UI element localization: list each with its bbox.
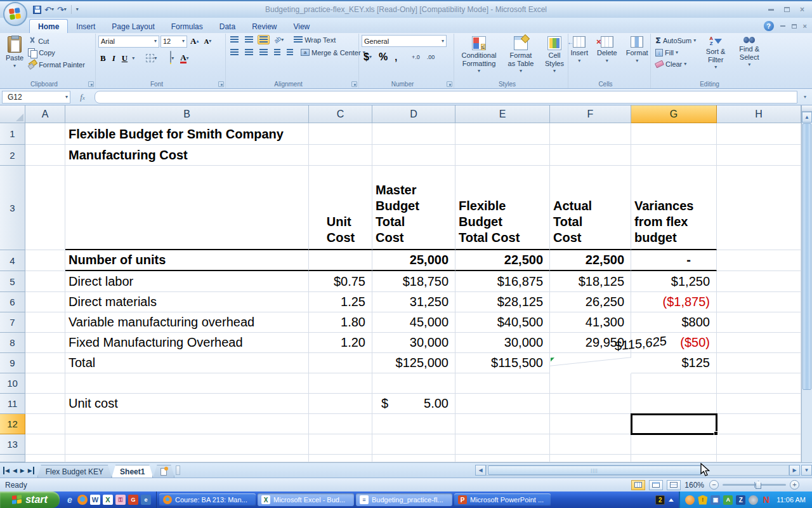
cell-H11[interactable] (717, 394, 801, 414)
cell-A2[interactable] (25, 145, 65, 166)
borders-button[interactable]: ▾ (144, 53, 159, 64)
cell-H8[interactable] (717, 333, 801, 353)
cell-H3[interactable] (717, 166, 801, 250)
row-header-11[interactable]: 11 (0, 394, 25, 414)
cell-C14[interactable] (309, 455, 372, 462)
restore-button[interactable] (784, 7, 790, 12)
cell-C5[interactable]: $0.75 (309, 271, 372, 292)
cell-B9[interactable]: Total (65, 353, 309, 373)
row-header-7[interactable]: 7 (0, 312, 25, 333)
cell-F4[interactable]: 22,500 (550, 250, 631, 271)
column-header-G[interactable]: G (631, 105, 717, 123)
cell-G7[interactable]: $800 (631, 312, 717, 333)
increase-indent-button[interactable] (285, 48, 295, 57)
cell-G14[interactable] (631, 455, 717, 462)
font-size-select[interactable]: 12▾ (160, 36, 187, 48)
name-box[interactable]: G12▾ (2, 91, 70, 104)
cell-B3[interactable] (65, 166, 309, 250)
cell-F14[interactable] (550, 455, 631, 462)
clear-button[interactable]: Clear▾ (653, 60, 698, 69)
cell-C12[interactable] (309, 414, 372, 434)
tab-review[interactable]: Review (244, 20, 285, 33)
scroll-up-button[interactable]: ▲ (802, 112, 812, 123)
start-button[interactable]: start (0, 491, 60, 508)
sheet-tab-flex-budget-key[interactable]: Flex Budget KEY (37, 465, 112, 478)
cell-E14[interactable] (455, 455, 550, 462)
cell-D10[interactable] (372, 373, 455, 394)
tray-blue-icon[interactable]: ▣ (710, 495, 720, 505)
cell-F5[interactable]: $18,125 (550, 271, 631, 292)
zoom-out-button[interactable]: − (709, 480, 719, 490)
word-icon[interactable]: W (90, 495, 100, 505)
clipboard-dialog-launcher[interactable] (88, 81, 94, 87)
wrap-text-button[interactable]: Wrap Text (292, 36, 337, 44)
insert-cells-button[interactable]: Insert▾ (568, 35, 591, 79)
grow-font-button[interactable]: A▴ (188, 35, 200, 48)
column-header-B[interactable]: B (65, 105, 309, 123)
row-header-1[interactable]: 1 (0, 123, 25, 145)
zoom-level[interactable]: 160% (684, 481, 704, 490)
cell-E5[interactable]: $16,875 (455, 271, 550, 292)
task-button-budgeting-doc[interactable]: ≡Budgeting_practice-fl... (356, 493, 452, 506)
cell-E11[interactable] (455, 394, 550, 414)
row-header-13[interactable]: 13 (0, 434, 25, 455)
italic-button[interactable]: I (110, 52, 117, 65)
cell-G9[interactable]: $125 (631, 353, 717, 373)
firefox-icon[interactable] (77, 495, 88, 505)
cell-G1[interactable] (631, 123, 717, 145)
format-cells-button[interactable]: Format▾ (624, 35, 651, 79)
cell-H4[interactable] (717, 250, 801, 271)
save-button[interactable] (33, 6, 41, 14)
cell-F1[interactable] (550, 123, 631, 145)
cell-B12[interactable] (65, 414, 309, 434)
fill-handle[interactable] (714, 431, 718, 436)
tab-view[interactable]: View (285, 20, 318, 33)
vertical-scroll-thumb[interactable] (802, 123, 811, 390)
cell-B10[interactable] (65, 373, 309, 394)
cell-C10[interactable] (309, 373, 372, 394)
cell-E10[interactable] (455, 373, 550, 394)
cell-C2[interactable] (309, 145, 372, 166)
office-button[interactable] (3, 2, 27, 26)
cell-D14[interactable] (372, 455, 455, 462)
cell-D9[interactable]: $125,000 (372, 353, 455, 373)
cell-B11[interactable]: Unit cost (65, 394, 309, 414)
cell-E1[interactable] (455, 123, 550, 145)
cell-E6[interactable]: $28,125 (455, 292, 550, 312)
cell-B14[interactable] (65, 455, 309, 462)
cell-B8[interactable]: Fixed Manufacturing Overhead (65, 333, 309, 353)
column-header-C[interactable]: C (309, 105, 372, 123)
tray-shield-icon[interactable]: ! (698, 495, 707, 505)
column-header-E[interactable]: E (455, 105, 550, 123)
cell-H7[interactable] (717, 312, 801, 333)
fill-button[interactable]: ↓Fill▾ (653, 48, 698, 57)
redo-button[interactable]: ↷▾ (57, 6, 67, 14)
cell-G5[interactable]: $1,250 (631, 271, 717, 292)
align-left-button[interactable] (228, 48, 240, 57)
cell-D11[interactable]: $5.00 (372, 394, 455, 414)
task-button-powerpoint[interactable]: PMicrosoft PowerPoint ... (454, 493, 551, 506)
last-sheet-button[interactable]: ▶ (27, 467, 34, 474)
cell-E8[interactable]: 30,000 (455, 333, 550, 353)
middle-align-button[interactable] (243, 35, 255, 44)
cell-D3[interactable]: Master Budget Total Cost (372, 166, 455, 250)
cell-F3[interactable]: Actual Total Cost (550, 166, 631, 250)
cell-G4[interactable]: - (631, 250, 717, 271)
tray-volume-icon[interactable] (749, 495, 758, 505)
page-layout-view-button[interactable] (649, 480, 663, 490)
cell-E9[interactable]: $115,500 (455, 353, 550, 373)
row-header-8[interactable]: 8 (0, 333, 25, 353)
cell-A4[interactable] (25, 250, 65, 271)
formula-bar-expand-button[interactable]: ▾ (800, 91, 810, 104)
bold-button[interactable]: B (98, 52, 108, 65)
excel-icon[interactable]: X (103, 495, 113, 505)
minimize-button[interactable] (768, 9, 774, 11)
cell-C6[interactable]: 1.25 (309, 292, 372, 312)
cell-H13[interactable] (717, 434, 801, 455)
cell-A8[interactable] (25, 333, 65, 353)
align-center-button[interactable] (243, 48, 255, 57)
cell-C8[interactable]: 1.20 (309, 333, 372, 353)
insert-worksheet-tab[interactable] (153, 465, 174, 478)
row-header-10[interactable]: 10 (0, 373, 25, 394)
cell-B4[interactable]: Number of units (65, 250, 309, 271)
